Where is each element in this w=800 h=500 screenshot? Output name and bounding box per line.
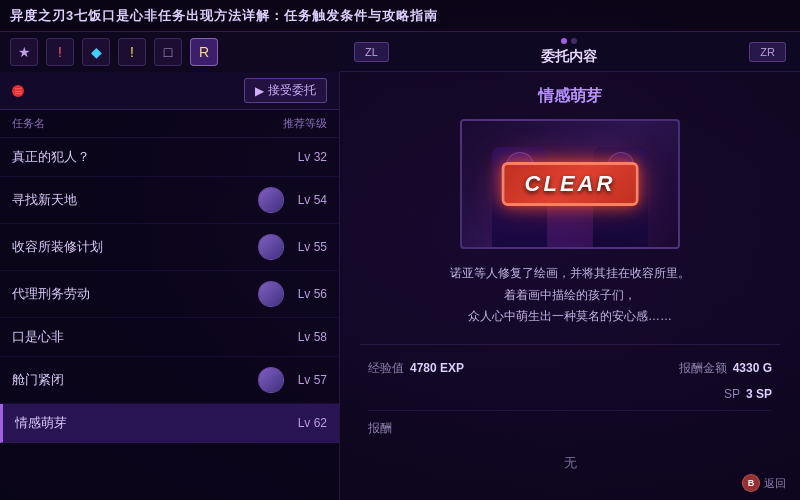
accept-label: 接受委托 <box>268 82 316 99</box>
quest-item[interactable]: 舱门紧闭Lv 57 <box>0 357 339 404</box>
reward-divider <box>368 410 772 411</box>
nav-exclaim1[interactable]: ! <box>46 38 74 66</box>
reward-label: 报酬 <box>368 420 413 437</box>
minus-icon: ≡ <box>14 83 22 99</box>
preview-scene: CLEAR <box>462 121 678 247</box>
accept-icon: ▶ <box>255 84 264 98</box>
exp-value: 4780 EXP <box>410 361 464 375</box>
quest-level: Lv 57 <box>292 373 327 387</box>
quest-item[interactable]: 口是心非Lv 58 <box>0 318 339 357</box>
left-panel: ≡ ▶ 接受委托 任务名 推荐等级 真正的犯人？Lv 32寻找新天地Lv 54收… <box>0 72 340 500</box>
quest-item-right: Lv 57 <box>258 367 327 393</box>
quest-list: 真正的犯人？Lv 32寻找新天地Lv 54收容所装修计划Lv 55代理刑务劳动L… <box>0 138 339 486</box>
quest-item-right: Lv 56 <box>258 281 327 307</box>
quest-item-name: 舱门紧闭 <box>12 371 64 389</box>
nav-box[interactable]: □ <box>154 38 182 66</box>
reward-label-row: 报酬 <box>360 415 780 442</box>
avatar <box>258 187 284 213</box>
quest-level: Lv 62 <box>292 416 327 430</box>
panel-title: 委托内容 <box>541 48 597 66</box>
back-button[interactable]: B 返回 <box>742 474 786 492</box>
back-circle-icon: B <box>742 474 760 492</box>
sp-item: SP 3 SP <box>724 387 772 401</box>
exp-gold-row: 经验值 4780 EXP 报酬金额 4330 G <box>360 355 780 382</box>
dot-2 <box>571 38 577 44</box>
quest-level: Lv 55 <box>292 240 327 254</box>
back-label: 返回 <box>764 476 786 491</box>
red-dot-icon: ≡ <box>12 85 24 97</box>
right-content: 情感萌芽 CLEAR 诺亚等人修复了绘画，并将其挂在收容所里。着着画中描绘的孩子… <box>340 72 800 500</box>
quest-description: 诺亚等人修复了绘画，并将其挂在收容所里。着着画中描绘的孩子们，众人心中萌生出一种… <box>360 263 780 328</box>
quest-item-name: 情感萌芽 <box>15 414 67 432</box>
quest-item-right: Lv 62 <box>292 416 327 430</box>
nav-r-badge[interactable]: R <box>190 38 218 66</box>
quest-item[interactable]: 收容所装修计划Lv 55 <box>0 224 339 271</box>
avatar <box>258 367 284 393</box>
nav-row: ★ ! ◆ ! □ R <box>0 32 340 72</box>
quest-item[interactable]: 真正的犯人？Lv 32 <box>0 138 339 177</box>
avatar <box>258 234 284 260</box>
zr-button[interactable]: ZR <box>749 42 786 62</box>
gold-item: 报酬金额 4330 G <box>679 360 772 377</box>
quest-item-right: Lv 32 <box>292 150 327 164</box>
sp-label: SP <box>724 387 740 401</box>
sp-value: 3 SP <box>746 387 772 401</box>
dot-1 <box>561 38 567 44</box>
column-headers: 任务名 推荐等级 <box>0 110 339 138</box>
top-title: 异度之刃3七饭口是心非任务出现方法详解：任务触发条件与攻略指南 <box>10 7 438 25</box>
nav-diamond[interactable]: ◆ <box>82 38 110 66</box>
quest-item-name: 代理刑务劳动 <box>12 285 90 303</box>
clear-badge: CLEAR <box>502 162 639 206</box>
exp-label: 经验值 <box>368 360 404 377</box>
exp-item: 经验值 4780 EXP <box>368 360 464 377</box>
top-bar: 异度之刃3七饭口是心非任务出现方法详解：任务触发条件与攻略指南 <box>0 0 800 32</box>
quest-level: Lv 58 <box>292 330 327 344</box>
avatar <box>258 281 284 307</box>
col-name: 任务名 <box>12 116 45 131</box>
quest-item-right: Lv 54 <box>258 187 327 213</box>
quest-level: Lv 56 <box>292 287 327 301</box>
sp-row: SP 3 SP <box>360 382 780 406</box>
quest-item[interactable]: 寻找新天地Lv 54 <box>0 177 339 224</box>
right-header: ZL 委托内容 ZR <box>340 32 800 72</box>
quest-item-name: 寻找新天地 <box>12 191 77 209</box>
quest-item[interactable]: 代理刑务劳动Lv 56 <box>0 271 339 318</box>
right-panel: ZL 委托内容 ZR 情感萌芽 C <box>340 32 800 500</box>
gold-value: 4330 G <box>733 361 772 375</box>
quest-item[interactable]: 情感萌芽Lv 62 <box>0 404 339 443</box>
accept-button[interactable]: ▶ 接受委托 <box>244 78 327 103</box>
dot-indicators <box>561 38 577 44</box>
nav-star[interactable]: ★ <box>10 38 38 66</box>
reward-value: 无 <box>360 442 780 484</box>
quest-header-left: ≡ <box>12 85 24 97</box>
quest-detail-title: 情感萌芽 <box>360 86 780 107</box>
gold-label: 报酬金额 <box>679 360 727 377</box>
quest-item-name: 口是心非 <box>12 328 64 346</box>
quest-level: Lv 32 <box>292 150 327 164</box>
quest-item-right: Lv 55 <box>258 234 327 260</box>
preview-area: CLEAR <box>460 119 680 249</box>
quest-level: Lv 54 <box>292 193 327 207</box>
quest-header: ≡ ▶ 接受委托 <box>0 72 339 110</box>
quest-item-right: Lv 58 <box>292 330 327 344</box>
zl-button[interactable]: ZL <box>354 42 389 62</box>
quest-item-name: 收容所装修计划 <box>12 238 103 256</box>
rewards-section: 经验值 4780 EXP 报酬金额 4330 G SP 3 SP 报酬 无 <box>360 344 780 484</box>
col-level: 推荐等级 <box>283 116 327 131</box>
quest-item-name: 真正的犯人？ <box>12 148 90 166</box>
nav-exclaim2[interactable]: ! <box>118 38 146 66</box>
